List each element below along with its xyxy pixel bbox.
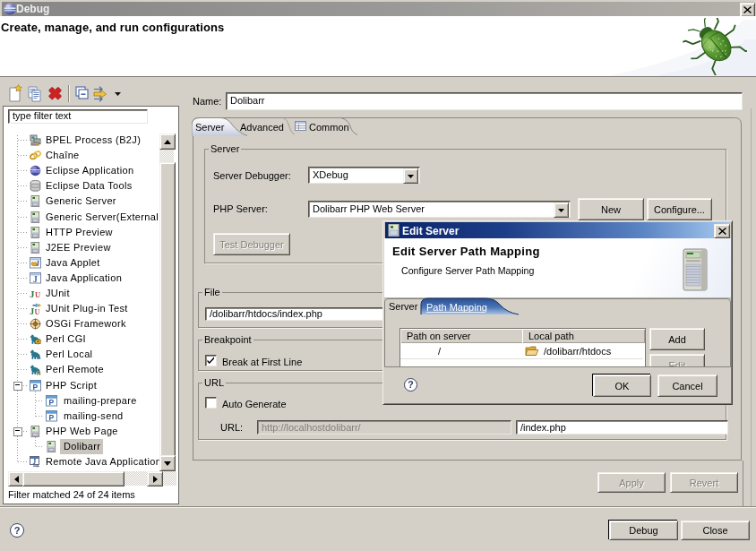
- svg-text:Advanced: Advanced: [240, 122, 284, 133]
- svg-text:Server: Server: [195, 122, 225, 133]
- svg-text:Server: Server: [389, 301, 418, 312]
- svg-text:Path Mapping: Path Mapping: [426, 302, 487, 313]
- svg-text:Common: Common: [309, 122, 349, 133]
